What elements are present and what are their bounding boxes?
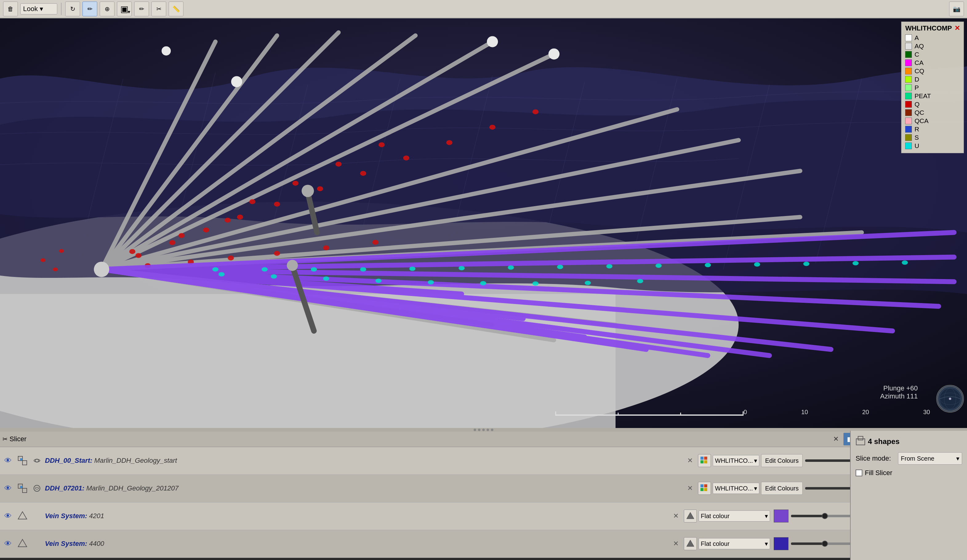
fill-slicer-checkbox[interactable] bbox=[856, 469, 862, 476]
ruler-tool-button[interactable]: 📏 bbox=[169, 2, 183, 16]
legend-color-s bbox=[905, 134, 912, 141]
obj-3-delete[interactable]: ✕ bbox=[670, 538, 682, 549]
svg-point-27 bbox=[533, 109, 539, 114]
objects-section: ✂ Slicer ✕ ◧ ◩ ◨ ◫ ▣ ◫ 🔒 ⊕ 👁 bbox=[0, 432, 962, 560]
obj-0-edit-colours-button[interactable]: Edit Colours bbox=[761, 454, 803, 467]
slice-mode-label: Slice mode: bbox=[856, 455, 896, 463]
legend-item-u: U bbox=[905, 142, 960, 150]
obj-2-colour-dropdown[interactable]: Flat colour ▾ bbox=[699, 511, 770, 522]
svg-point-18 bbox=[169, 240, 175, 245]
legend-color-ca bbox=[905, 59, 912, 66]
panel-resize-handle[interactable] bbox=[0, 428, 967, 432]
shapes-count-text: 4 shapes bbox=[868, 437, 899, 446]
svg-point-84 bbox=[94, 262, 109, 277]
obj-2-name[interactable]: Vein System: 4201 bbox=[45, 512, 668, 520]
box-select-button[interactable]: ▣▾ bbox=[117, 2, 132, 16]
obj-2-colour-icon[interactable] bbox=[684, 509, 697, 522]
legend-item-q: Q bbox=[905, 100, 960, 108]
svg-point-36 bbox=[224, 217, 231, 222]
select-tool-button[interactable]: ✏ bbox=[83, 2, 97, 16]
pencil-tool-button[interactable]: ✏ bbox=[134, 2, 149, 16]
obj-0-name[interactable]: DDH_00_Start: Marlin_DDH_Geology_start bbox=[45, 456, 682, 464]
scale-bar: 0 10 20 30 bbox=[555, 408, 930, 416]
obj-0-delete[interactable]: ✕ bbox=[685, 455, 696, 466]
svg-point-80 bbox=[548, 48, 559, 59]
scissors-tool-button[interactable]: ✂ bbox=[152, 2, 166, 16]
shapes-count-icon bbox=[856, 436, 865, 447]
obj-1-visibility-toggle[interactable]: 👁 bbox=[2, 483, 13, 494]
svg-marker-121 bbox=[686, 512, 694, 519]
slice-mode-row: Slice mode: From Scene ▾ bbox=[856, 452, 962, 464]
legend-label-qca: QCA bbox=[914, 117, 929, 125]
obj-1-delete[interactable]: ✕ bbox=[685, 483, 696, 494]
obj-3-name[interactable]: Vein System: 4400 bbox=[45, 540, 668, 548]
svg-point-75 bbox=[428, 280, 434, 284]
obj-1-type-icon bbox=[16, 482, 29, 495]
svg-point-35 bbox=[178, 233, 185, 238]
object-row-0: 👁 bbox=[0, 447, 962, 475]
legend-close-button[interactable]: ✕ bbox=[954, 24, 960, 32]
svg-point-69 bbox=[853, 261, 859, 265]
look-dropdown[interactable]: Look ▾ bbox=[20, 3, 57, 15]
obj-3-colour-dropdown[interactable]: Flat colour ▾ bbox=[699, 538, 770, 549]
legend-color-cq bbox=[905, 68, 912, 74]
obj-3-opacity-slider[interactable] bbox=[791, 542, 859, 545]
svg-point-70 bbox=[902, 260, 908, 265]
legend-label-a: A bbox=[914, 34, 919, 41]
svg-rect-125 bbox=[858, 436, 863, 440]
legend-label-qc: QC bbox=[914, 109, 924, 116]
screenshot-button[interactable]: 📷 bbox=[949, 2, 964, 16]
svg-point-60 bbox=[409, 267, 416, 271]
svg-point-56 bbox=[212, 267, 218, 272]
obj-1-colour-dropdown[interactable]: WHLITHCO... ▾ bbox=[713, 483, 759, 494]
3d-viewport[interactable]: WHLITHCOMP ✕ A AQ C CA CQ D P PE bbox=[0, 18, 967, 428]
svg-point-33 bbox=[372, 240, 379, 245]
transform-tool-button[interactable]: ⊕ bbox=[100, 2, 114, 16]
svg-point-83 bbox=[162, 46, 171, 55]
rotate-tool-button[interactable]: ↻ bbox=[65, 2, 80, 16]
delete-button[interactable]: 🗑 bbox=[3, 2, 18, 16]
slicer-header: ✂ Slicer ✕ ◧ ◩ ◨ ◫ ▣ ◫ 🔒 ⊕ bbox=[0, 432, 962, 447]
bottom-panel: ✂ Slicer ✕ ◧ ◩ ◨ ◫ ▣ ◫ 🔒 ⊕ 👁 bbox=[0, 432, 967, 560]
obj-2-colour-swatch[interactable] bbox=[774, 509, 789, 522]
scale-20: 20 bbox=[862, 408, 869, 416]
obj-2-visibility-toggle[interactable]: 👁 bbox=[2, 511, 13, 522]
objects-list: 👁 bbox=[0, 447, 962, 560]
legend-color-peat bbox=[905, 92, 912, 99]
legend-color-q bbox=[905, 101, 912, 108]
properties-panel: 4 shapes Slice mode: From Scene ▾ Fill S… bbox=[850, 431, 967, 560]
obj-0-colour-icon[interactable] bbox=[698, 454, 711, 467]
svg-point-37 bbox=[249, 199, 256, 204]
svg-marker-120 bbox=[18, 512, 27, 519]
toolbar-separator-1 bbox=[61, 3, 61, 15]
svg-point-22 bbox=[317, 186, 323, 191]
object-row-1: 👁 bbox=[0, 475, 962, 502]
slice-mode-dropdown[interactable]: From Scene ▾ bbox=[898, 452, 962, 464]
obj-3-visibility-toggle[interactable]: 👁 bbox=[2, 538, 13, 549]
obj-1-colour-icon[interactable] bbox=[698, 482, 711, 495]
legend-item-d: D bbox=[905, 76, 960, 83]
svg-point-63 bbox=[557, 265, 563, 269]
legend-label-aq: AQ bbox=[914, 43, 924, 50]
object-row-2: 👁 Vein System: 4201 ✕ bbox=[0, 502, 962, 530]
obj-0-visibility-toggle[interactable]: 👁 bbox=[2, 455, 13, 466]
slice-mode-arrow: ▾ bbox=[956, 455, 959, 462]
obj-2-opacity-slider[interactable] bbox=[791, 515, 859, 517]
obj-3-colour-swatch[interactable] bbox=[774, 537, 789, 550]
svg-marker-122 bbox=[18, 539, 27, 547]
svg-rect-102 bbox=[704, 460, 707, 463]
obj-0-colour-dropdown[interactable]: WHLITHCO... ▾ bbox=[713, 455, 759, 466]
svg-point-25 bbox=[446, 140, 452, 145]
svg-point-39 bbox=[335, 161, 342, 166]
scene-visualization bbox=[0, 18, 967, 428]
obj-1-edit-colours-button[interactable]: Edit Colours bbox=[761, 482, 803, 495]
slicer-close-button[interactable]: ✕ bbox=[830, 433, 842, 445]
svg-marker-123 bbox=[686, 540, 694, 547]
obj-3-colour-icon[interactable] bbox=[684, 537, 697, 550]
object-row-3: 👁 Vein System: 4400 ✕ bbox=[0, 530, 962, 558]
slicer-section-label: ✂ Slicer bbox=[2, 435, 26, 443]
obj-2-delete[interactable]: ✕ bbox=[670, 511, 682, 522]
svg-point-81 bbox=[487, 36, 498, 47]
obj-0-sub-icon bbox=[31, 456, 43, 465]
obj-1-name[interactable]: DDH_07201: Marlin_DDH_Geology_201207 bbox=[45, 484, 682, 492]
